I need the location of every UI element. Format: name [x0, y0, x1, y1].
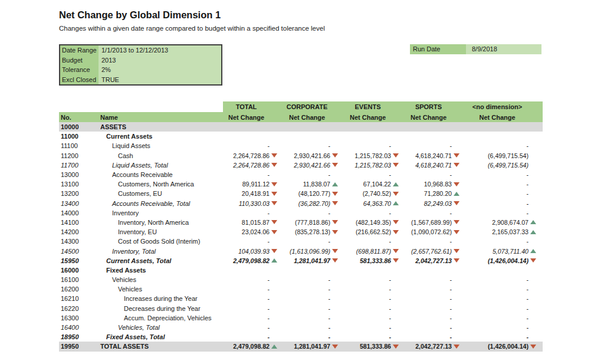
- account-name-cell[interactable]: Liquid Assets: [100, 141, 223, 150]
- account-name-cell[interactable]: Fixed Assets, Total: [100, 332, 223, 342]
- account-name-cell[interactable]: Accounts Receivable, Total: [100, 199, 223, 208]
- net-change-value-cell[interactable]: -: [405, 170, 466, 179]
- account-name-cell[interactable]: Decreases during the Year: [100, 304, 223, 313]
- account-name-cell[interactable]: Current Assets: [100, 132, 223, 141]
- net-change-value-cell[interactable]: 2,930,421.66: [284, 160, 344, 170]
- net-change-value-cell[interactable]: -: [466, 275, 543, 284]
- net-change-header[interactable]: Net Change: [466, 112, 543, 122]
- account-name-cell[interactable]: Vehicles: [100, 284, 223, 294]
- account-name-cell[interactable]: Customers, North America: [100, 179, 223, 189]
- net-change-value-cell[interactable]: -: [405, 208, 466, 218]
- net-change-value-cell[interactable]: 2,165,037.33: [466, 227, 543, 237]
- net-change-value-cell[interactable]: -: [284, 284, 344, 294]
- net-change-value-cell[interactable]: -: [344, 323, 405, 332]
- net-change-value-cell[interactable]: -: [466, 179, 543, 189]
- net-change-value-cell[interactable]: -: [344, 170, 405, 179]
- net-change-value-cell[interactable]: -: [405, 294, 466, 303]
- account-no-cell[interactable]: 11100: [59, 141, 100, 150]
- net-change-value-cell[interactable]: 23,024.06: [223, 227, 284, 237]
- net-change-value-cell[interactable]: -: [344, 284, 405, 294]
- net-change-value-cell[interactable]: -: [223, 208, 284, 218]
- net-change-value-cell[interactable]: -: [466, 170, 543, 179]
- account-no-cell[interactable]: 11700: [59, 160, 100, 170]
- account-name-cell[interactable]: Cash: [100, 151, 223, 160]
- account-no-cell[interactable]: 18950: [59, 332, 100, 342]
- net-change-value-cell[interactable]: [284, 132, 344, 141]
- net-change-value-cell[interactable]: -: [223, 323, 284, 332]
- net-change-value-cell[interactable]: -: [405, 323, 466, 332]
- net-change-value-cell[interactable]: -: [405, 284, 466, 294]
- net-change-value-cell[interactable]: (1,613,096.99): [284, 246, 344, 255]
- column-header-corporate[interactable]: CORPORATE: [284, 101, 344, 112]
- account-no-cell[interactable]: 16200: [59, 284, 100, 294]
- net-change-value-cell[interactable]: -: [466, 237, 543, 246]
- net-change-value-cell[interactable]: (482,149.35): [344, 218, 405, 227]
- net-change-value-cell[interactable]: -: [405, 332, 466, 342]
- net-change-value-cell[interactable]: (1,426,004.14): [466, 342, 543, 351]
- account-name-cell[interactable]: Fixed Assets: [100, 265, 223, 275]
- net-change-value-cell[interactable]: (2,740.52): [344, 189, 405, 198]
- net-change-value-cell[interactable]: -: [466, 189, 543, 198]
- net-change-value-cell[interactable]: 64,363.70: [344, 199, 405, 208]
- account-name-cell[interactable]: Liquid Assets, Total: [100, 160, 223, 170]
- net-change-value-cell[interactable]: (698,811.87): [344, 246, 405, 255]
- net-change-value-cell[interactable]: [344, 132, 405, 141]
- account-name-cell[interactable]: Inventory, EU: [100, 227, 223, 237]
- account-no-cell[interactable]: 14000: [59, 208, 100, 218]
- net-change-value-cell[interactable]: 110,330.03: [223, 199, 284, 208]
- net-change-value-cell[interactable]: -: [284, 208, 344, 218]
- net-change-value-cell[interactable]: 71,280.20: [405, 189, 466, 198]
- account-no-cell[interactable]: 16210: [59, 294, 100, 303]
- net-change-value-cell[interactable]: -: [344, 208, 405, 218]
- net-change-value-cell[interactable]: -: [223, 304, 284, 313]
- net-change-value-cell[interactable]: [344, 122, 405, 132]
- net-change-value-cell[interactable]: [466, 122, 543, 132]
- net-change-value-cell[interactable]: 11,838.07: [284, 179, 344, 189]
- net-change-value-cell[interactable]: -: [405, 304, 466, 313]
- net-change-value-cell[interactable]: -: [223, 237, 284, 246]
- account-no-cell[interactable]: 16220: [59, 304, 100, 313]
- net-change-value-cell[interactable]: -: [344, 275, 405, 284]
- account-name-cell[interactable]: Vehicles, Total: [100, 323, 223, 332]
- account-no-cell[interactable]: 14200: [59, 227, 100, 237]
- net-change-value-cell[interactable]: -: [284, 332, 344, 342]
- net-change-value-cell[interactable]: (835,278.13): [284, 227, 344, 237]
- excl-closed-value[interactable]: TRUE: [99, 75, 221, 85]
- tolerance-value[interactable]: 2%: [99, 65, 221, 75]
- net-change-value-cell[interactable]: -: [466, 141, 543, 150]
- net-change-header[interactable]: Net Change: [284, 112, 344, 122]
- net-change-value-cell[interactable]: 1,281,041.97: [284, 342, 344, 351]
- net-change-value-cell[interactable]: -: [405, 237, 466, 246]
- column-header-total[interactable]: TOTAL: [223, 101, 284, 112]
- net-change-value-cell[interactable]: (6,499,715.54): [466, 160, 543, 170]
- net-change-value-cell[interactable]: 2,930,421.66: [284, 151, 344, 160]
- net-change-value-cell[interactable]: 2,908,674.07: [466, 218, 543, 227]
- net-change-value-cell[interactable]: 1,215,782.03: [344, 160, 405, 170]
- no-column-header[interactable]: No.: [59, 112, 100, 122]
- account-no-cell[interactable]: 16300: [59, 313, 100, 323]
- account-no-cell[interactable]: 15950: [59, 256, 100, 265]
- net-change-value-cell[interactable]: 10,968.83: [405, 179, 466, 189]
- account-no-cell[interactable]: 16100: [59, 275, 100, 284]
- net-change-value-cell[interactable]: -: [344, 304, 405, 313]
- net-change-value-cell[interactable]: [223, 132, 284, 141]
- net-change-value-cell[interactable]: -: [466, 294, 543, 303]
- account-no-cell[interactable]: 13100: [59, 179, 100, 189]
- net-change-value-cell[interactable]: (1,567,689.99): [405, 218, 466, 227]
- account-no-cell[interactable]: 13400: [59, 199, 100, 208]
- account-name-cell[interactable]: Current Assets, Total: [100, 256, 223, 265]
- net-change-value-cell[interactable]: -: [223, 313, 284, 323]
- net-change-value-cell[interactable]: [466, 265, 543, 275]
- net-change-value-cell[interactable]: -: [344, 294, 405, 303]
- net-change-value-cell[interactable]: [223, 265, 284, 275]
- account-no-cell[interactable]: 11200: [59, 151, 100, 160]
- account-name-cell[interactable]: TOTAL ASSETS: [100, 342, 223, 351]
- net-change-value-cell[interactable]: 4,618,240.71: [405, 160, 466, 170]
- account-name-cell[interactable]: ASSETS: [100, 122, 223, 132]
- net-change-value-cell[interactable]: (48,120.77): [284, 189, 344, 198]
- account-no-cell[interactable]: 13200: [59, 189, 100, 198]
- net-change-value-cell[interactable]: -: [284, 294, 344, 303]
- net-change-value-cell[interactable]: -: [344, 141, 405, 150]
- account-name-cell[interactable]: Vehicles: [100, 275, 223, 284]
- net-change-header[interactable]: Net Change: [223, 112, 284, 122]
